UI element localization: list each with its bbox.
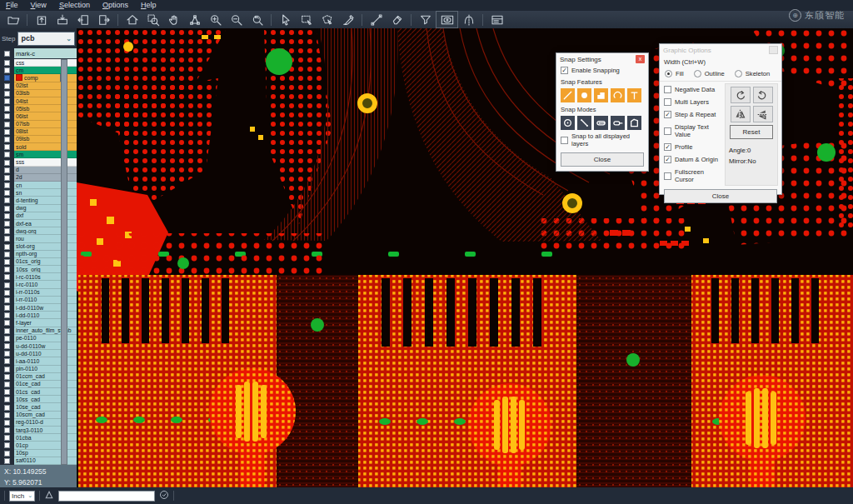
option-step-repeat[interactable]: ✓Step & Repeat (663, 108, 725, 121)
layer-checkbox[interactable] (0, 136, 14, 143)
menu-item-options[interactable]: Options (102, 0, 128, 11)
layer-checkbox[interactable] (0, 151, 14, 158)
unit-select[interactable]: Inch ⌄ (9, 491, 35, 502)
radio-skeleton[interactable] (735, 70, 742, 77)
snap-surface-icon[interactable] (594, 88, 608, 102)
active-layer-row[interactable]: mark-c (0, 48, 77, 58)
checkbox[interactable]: ✓ (664, 143, 671, 151)
menu-item-help[interactable]: Help (141, 0, 157, 11)
option-profile[interactable]: ✓Profile (663, 141, 725, 153)
layer-checkbox[interactable] (0, 220, 14, 227)
mode-center-icon[interactable] (561, 116, 575, 130)
menu-item-view[interactable]: View (31, 0, 47, 11)
layer-checkbox[interactable] (0, 67, 14, 74)
enable-snapping-checkbox[interactable]: ✓ (561, 67, 568, 74)
layer-checkbox[interactable] (0, 182, 14, 189)
layer-checkbox[interactable] (0, 158, 14, 166)
graphic-dialog-titlebar[interactable]: Graphic Options (660, 44, 781, 56)
checkbox[interactable] (664, 98, 671, 106)
zoom-in-icon[interactable] (205, 12, 226, 27)
rotate-cw-icon[interactable] (731, 87, 751, 103)
mirror-vertical-icon[interactable] (753, 106, 773, 122)
snap-all-layers-checkbox[interactable] (561, 137, 568, 144)
layer-checkbox[interactable] (0, 105, 14, 112)
layer-checkbox[interactable] (0, 350, 14, 357)
snap-close-button[interactable]: Close (561, 152, 644, 167)
save-down-icon[interactable] (52, 12, 72, 27)
zoom-previous-icon[interactable] (247, 12, 267, 27)
layer-checkbox[interactable] (0, 357, 14, 365)
option-datum-origin[interactable]: ✓Datum & Origin (663, 153, 725, 166)
mirror-horizontal-icon[interactable] (731, 106, 751, 122)
select-rect-icon[interactable] (296, 12, 317, 27)
layer-checkbox[interactable] (0, 97, 14, 105)
layer-checkbox[interactable] (0, 167, 14, 174)
layer-checkbox[interactable] (0, 251, 14, 258)
layer-checkbox[interactable] (0, 419, 14, 427)
close-icon[interactable] (769, 46, 778, 54)
snap-dialog-titlebar[interactable]: Snap Settings x (556, 53, 648, 65)
layer-checkbox[interactable] (0, 396, 14, 403)
mode-slot-center-icon[interactable] (594, 116, 608, 130)
snap-pad-icon[interactable] (577, 88, 591, 102)
zoom-window-icon[interactable] (142, 12, 163, 27)
mode-slot-edge-icon[interactable] (611, 116, 625, 130)
snap-all-layers-option[interactable]: Snap to all displayed layers (556, 131, 648, 149)
brush-icon[interactable] (337, 12, 358, 27)
select-polygon-icon[interactable] (317, 12, 337, 27)
layer-checkbox[interactable] (0, 258, 14, 266)
layer-checkbox[interactable] (0, 227, 14, 235)
select-arrow-icon[interactable] (275, 12, 296, 27)
layer-checkbox[interactable] (0, 235, 14, 242)
layer-checkbox[interactable] (0, 457, 14, 465)
layer-checkbox[interactable] (0, 366, 14, 373)
step-select[interactable]: pcb ⌄ (17, 32, 75, 46)
save-up-icon[interactable] (31, 12, 52, 27)
layer-checkbox[interactable] (0, 243, 14, 251)
edit-nodes-icon[interactable] (184, 12, 205, 27)
layer-checkbox[interactable] (0, 112, 14, 120)
checkbox[interactable] (664, 127, 671, 135)
snap-text-icon[interactable] (627, 88, 641, 102)
menu-item-selection[interactable]: Selection (59, 0, 90, 11)
layer-checkbox[interactable] (0, 273, 14, 281)
checkbox[interactable] (664, 172, 671, 180)
layer-checkbox[interactable] (0, 412, 14, 419)
layer-list-scrollbar[interactable] (61, 59, 67, 465)
page-icon[interactable] (44, 488, 54, 503)
radio-outline[interactable] (694, 70, 701, 77)
layer-checkbox[interactable] (0, 327, 14, 335)
option-fullscreen-cursor[interactable]: Fullscreen Cursor (663, 166, 725, 186)
layer-checkbox[interactable] (0, 427, 14, 434)
checkbox[interactable] (664, 86, 671, 93)
checkbox[interactable]: ✓ (664, 111, 671, 118)
pan-hand-icon[interactable] (163, 12, 184, 27)
layer-checkbox[interactable] (0, 189, 14, 197)
measure-line-icon[interactable] (366, 12, 387, 27)
layer-checkbox[interactable] (0, 74, 14, 82)
snap-arc-icon[interactable] (611, 88, 625, 102)
layer-checkbox[interactable] (0, 373, 14, 381)
filter-icon[interactable] (415, 12, 436, 27)
layer-checkbox[interactable] (0, 403, 14, 411)
option-multi-layers[interactable]: Multi Layers (663, 96, 725, 108)
mode-point-icon[interactable] (577, 116, 591, 130)
layer-checkbox[interactable] (0, 82, 14, 90)
layer-checkbox[interactable] (0, 90, 14, 97)
layer-checkbox[interactable] (0, 205, 14, 212)
layer-checkbox[interactable] (0, 143, 14, 151)
layer-checkbox[interactable] (0, 388, 14, 396)
properties-panel-icon[interactable] (486, 12, 507, 27)
home-icon[interactable] (122, 12, 142, 27)
close-icon[interactable]: x (636, 55, 645, 63)
mode-contour-icon[interactable] (627, 116, 641, 130)
measure-coil-icon[interactable] (458, 12, 479, 27)
layer-checkbox[interactable] (0, 121, 14, 128)
layer-checkbox[interactable] (0, 297, 14, 304)
import-doc-icon[interactable] (72, 12, 93, 27)
layer-checkbox[interactable] (0, 304, 14, 312)
snap-line-icon[interactable] (561, 88, 575, 102)
highlight-view-icon[interactable] (436, 11, 458, 28)
zoom-out-icon[interactable] (226, 12, 247, 27)
command-input[interactable] (58, 491, 155, 502)
